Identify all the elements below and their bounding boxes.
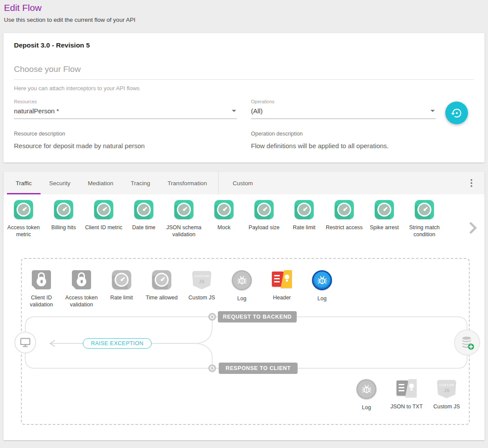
flow-interceptor[interactable]: Log bbox=[302, 270, 342, 308]
gauge-icon bbox=[375, 200, 394, 219]
interceptor-label: Log bbox=[362, 404, 371, 411]
interceptor-label: Log bbox=[237, 295, 247, 302]
gauge-icon bbox=[152, 270, 171, 289]
response-interceptors-row: LogJSON to TXTCUSTOMJSCustom JS bbox=[346, 379, 467, 411]
palette-next-icon[interactable] bbox=[467, 221, 478, 235]
flow-interceptor[interactable]: JSON to TXT bbox=[386, 379, 427, 411]
palette-interceptor[interactable]: Rate limit bbox=[284, 200, 324, 251]
tab-tracing[interactable]: Tracing bbox=[122, 172, 159, 194]
interceptor-category-tabs: TrafficSecurityMediationTracingTransform… bbox=[3, 172, 485, 194]
custom-js-icon: CUSTOMJS bbox=[437, 379, 456, 398]
header-icon bbox=[272, 270, 292, 289]
tab-security[interactable]: Security bbox=[41, 172, 79, 194]
interceptor-label: Billing hits bbox=[51, 224, 76, 231]
request-flow-node[interactable] bbox=[208, 313, 216, 321]
resources-value: naturalPerson * bbox=[14, 107, 59, 115]
interceptor-label: Client ID metric bbox=[85, 224, 122, 231]
interceptor-label: String match condition bbox=[409, 224, 440, 238]
palette-interceptor[interactable]: Access token metric bbox=[3, 200, 44, 251]
interceptor-label: Spike arrest bbox=[370, 224, 399, 231]
operation-description-value: Flow definitions will be applied to all … bbox=[251, 142, 389, 149]
page-title: Edit Flow bbox=[4, 3, 484, 13]
interceptor-label: Rate limit bbox=[110, 294, 133, 301]
palette-interceptor[interactable]: JSON schema validation bbox=[164, 200, 204, 251]
client-endpoint[interactable] bbox=[14, 332, 36, 353]
backend-endpoint[interactable] bbox=[454, 329, 480, 356]
lock-icon bbox=[72, 270, 91, 289]
interceptor-label: Custom JS bbox=[433, 403, 460, 410]
operations-value: (All) bbox=[251, 107, 263, 115]
gauge-icon bbox=[14, 200, 33, 219]
response-flow-node[interactable] bbox=[208, 364, 216, 372]
json-to-txt-icon bbox=[396, 379, 417, 398]
palette-interceptor[interactable]: String match condition bbox=[404, 200, 444, 251]
gauge-icon bbox=[54, 200, 73, 219]
flow-interceptor[interactable]: Access token validation bbox=[61, 270, 102, 308]
interceptor-palette: Access token metricBilling hitsClient ID… bbox=[3, 194, 485, 251]
flow-interceptor[interactable]: Log bbox=[346, 379, 386, 411]
palette-interceptor[interactable]: Spike arrest bbox=[364, 200, 404, 251]
chevron-down-icon bbox=[232, 110, 236, 112]
more-options-icon[interactable] bbox=[469, 177, 474, 189]
gauge-icon bbox=[94, 200, 113, 219]
log-bug-icon bbox=[232, 270, 252, 290]
palette-interceptor[interactable]: Billing hits bbox=[44, 200, 84, 251]
gauge-icon bbox=[295, 200, 314, 219]
tab-custom[interactable]: Custom bbox=[224, 172, 262, 194]
flow-interceptor[interactable]: Client ID validation bbox=[21, 270, 61, 308]
palette-interceptor[interactable]: Date time bbox=[124, 200, 164, 251]
interceptor-label: Mock bbox=[217, 224, 230, 231]
interceptor-label: Restrict access bbox=[326, 224, 363, 231]
page-header: Edit Flow Use this section to edit the c… bbox=[0, 0, 488, 23]
tab-transformation[interactable]: Transformation bbox=[159, 172, 216, 194]
flow-interceptor[interactable]: CUSTOMJSCustom JS bbox=[427, 379, 467, 411]
resources-select[interactable]: Resources naturalPerson * bbox=[14, 99, 237, 119]
request-interceptors-row: Client ID validationAccess token validat… bbox=[21, 270, 342, 308]
gauge-icon bbox=[335, 200, 354, 219]
flow-canvas: Client ID validationAccess token validat… bbox=[3, 251, 485, 440]
chevron-down-icon bbox=[430, 110, 435, 112]
lock-icon bbox=[32, 270, 51, 289]
interceptor-label: Access token metric bbox=[7, 224, 40, 238]
gauge-icon bbox=[254, 200, 274, 219]
request-to-backend-pill: REQUEST TO BACKEND bbox=[218, 311, 297, 322]
add-backend-database-icon bbox=[458, 334, 476, 351]
gauge-icon bbox=[112, 270, 131, 289]
interceptor-label: JSON to TXT bbox=[390, 403, 423, 410]
palette-interceptor[interactable]: Client ID metric bbox=[84, 200, 124, 251]
interceptor-label: Header bbox=[273, 294, 291, 301]
log-bug-icon bbox=[356, 379, 376, 399]
flow-interceptor[interactable]: Time allowed bbox=[142, 270, 182, 308]
interceptor-label: Rate limit bbox=[293, 224, 315, 231]
flow-interceptor[interactable]: Header bbox=[262, 270, 302, 308]
interceptor-label: Log bbox=[318, 295, 327, 302]
operation-description-label: Operation description bbox=[251, 131, 389, 137]
raise-exception-pill[interactable]: RAISE EXCEPTION bbox=[83, 338, 152, 349]
flow-selector-card: Deposit 3.0 - Revision 5 Choose your Flo… bbox=[3, 33, 485, 163]
interceptor-label: Date time bbox=[132, 224, 156, 231]
response-to-client-pill: RESPONSE TO CLIENT bbox=[219, 363, 298, 374]
interceptor-label: Payload size bbox=[249, 224, 280, 231]
flow-selector-fields: Resources naturalPerson * Operations (Al… bbox=[14, 99, 474, 119]
interceptor-label: JSON schema validation bbox=[166, 224, 202, 238]
gauge-icon bbox=[174, 200, 193, 219]
palette-interceptor[interactable]: Payload size bbox=[244, 200, 284, 251]
operations-select[interactable]: Operations (All) bbox=[251, 99, 436, 119]
flow-interceptor[interactable]: Log bbox=[222, 270, 262, 308]
reload-flow-button[interactable] bbox=[445, 102, 468, 124]
api-revision-title: Deposit 3.0 - Revision 5 bbox=[14, 41, 474, 49]
tab-traffic[interactable]: Traffic bbox=[7, 172, 41, 194]
palette-interceptor[interactable]: Mock bbox=[204, 200, 244, 251]
palette-interceptor[interactable]: Restrict access bbox=[324, 200, 364, 251]
flow-interceptor[interactable]: Rate limit bbox=[102, 270, 142, 308]
custom-js-icon: CUSTOMJS bbox=[192, 270, 211, 289]
interceptor-label: Custom JS bbox=[188, 294, 215, 301]
tab-mediation[interactable]: Mediation bbox=[79, 172, 122, 194]
tab-divider bbox=[218, 172, 219, 194]
flow-interceptor[interactable]: CUSTOMJSCustom JS bbox=[182, 270, 222, 308]
choose-flow-heading: Choose your Flow bbox=[14, 64, 474, 80]
page-subtitle: Use this section to edit the current flo… bbox=[4, 17, 484, 23]
operations-label: Operations bbox=[251, 99, 436, 104]
restore-icon bbox=[451, 107, 463, 119]
resource-description-label: Resource description bbox=[14, 131, 237, 137]
